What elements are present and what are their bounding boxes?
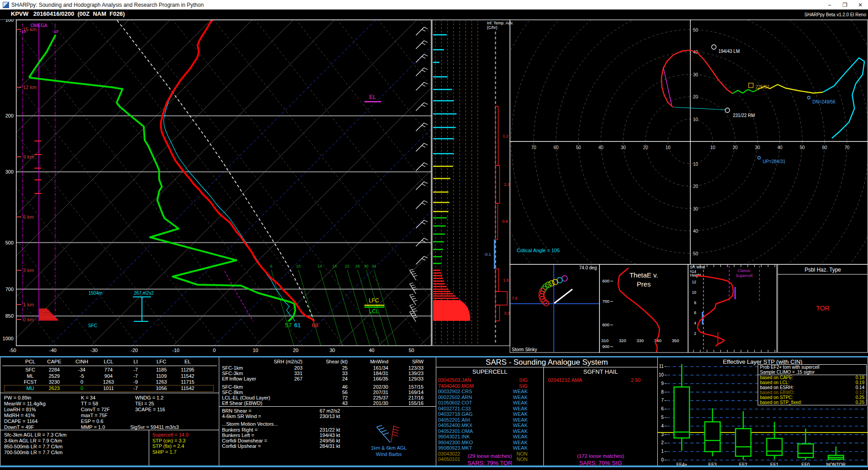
wind-barb [416, 143, 428, 151]
stp-legend-value: 0.25 [856, 395, 864, 400]
hodo-axis-label: 10 [665, 145, 671, 150]
hazard-value: TOR [816, 305, 829, 312]
stp-legend-value: 0.14 [856, 385, 864, 390]
sars-hail-header: SGFNT HAIL [543, 368, 658, 375]
sars-match-row[interactable]: 00032902.CRSWEAK [436, 389, 543, 394]
kin-label: SFC-3km [222, 371, 243, 376]
hodo-axis-label: 20 [732, 145, 738, 150]
parcel-row[interactable]: ML2529-5904-7110911542 [0, 373, 219, 379]
thermo-panel: PCLCAPECINHLCLLILFCELSFC2284-34774-71185… [0, 357, 219, 465]
srwind-ylabel: 6 [694, 310, 696, 315]
separator [219, 406, 436, 407]
isotherm [214, 20, 540, 346]
srwind-ylabel: 2 [694, 331, 696, 336]
kin-scalar-value: 249/56 kt [320, 438, 340, 443]
slinky-ring [552, 279, 558, 285]
sars-match-row[interactable]: 01050602.COTWEAK [436, 400, 543, 405]
classic-supercell-label: Classic [737, 268, 751, 273]
kin-value: 129/33 [408, 376, 424, 381]
dry-adiabat [90, 20, 344, 346]
kin-value: 225/37 [373, 395, 388, 400]
station-time-label: KPVW 20160416/0200 (00Z NAM F026) [11, 10, 125, 17]
temp-axis-label: -50 [9, 348, 16, 353]
wind-barb [416, 54, 428, 62]
sars-match-row[interactable]: 99080923.MKTWEAK [436, 445, 543, 451]
storm-motion-title: ...Storm Motion Vectors... [222, 421, 278, 427]
sars-sig-probability: SARS: 70% SIG [543, 460, 658, 465]
lm-marker [712, 45, 716, 49]
stp-legend-label: based on LCL: [760, 380, 789, 385]
hazard-title: Psbl Haz. Type [805, 267, 841, 273]
parcel-header-underline [2, 366, 217, 366]
sars-match-row[interactable]: 04052201.AIHWEAK [436, 417, 543, 423]
temp-axis-label: -30 [90, 348, 98, 353]
hodo-ring-label: 20 [693, 184, 698, 189]
advection-value: -0.1 [484, 252, 491, 257]
sars-match-row[interactable]: 04052400.MKXWEAK [436, 423, 543, 428]
el-label: EL [369, 94, 376, 100]
kin-row: SFC-1km20325161/34123/33 [219, 365, 436, 371]
sars-match-row[interactable]: 00022502.ARNWEAK [436, 395, 543, 400]
omega-minus-label: -10 [52, 29, 58, 34]
parcel-row[interactable]: FCST323001263-9126311715 [0, 379, 219, 385]
hodo-trace-9-12km [823, 58, 864, 138]
sars-title: SARS - Sounding Analogue System [436, 358, 657, 367]
critical-angle-label: Critical Angle = 105 [517, 248, 560, 253]
hodograph-border [510, 20, 868, 264]
maximize-button[interactable]: ❐ [837, 0, 853, 9]
dry-adiabat [420, 20, 673, 346]
minimize-button[interactable]: – [822, 0, 837, 9]
mixing-ratio-label: 18 [332, 264, 337, 268]
thetae-title2: Pres [637, 280, 651, 288]
stp-category-label: NONTOR [826, 462, 845, 465]
sars-match-row[interactable]: 03042503.JANSIG [436, 377, 543, 383]
sars-match-id: 04032718.GAG [438, 411, 472, 417]
kin-label: Eff Shear (EBWD) [222, 400, 262, 406]
mixing-ratio-line [347, 270, 370, 346]
kin-value: 24 [342, 376, 348, 381]
stp-category-label: EF0 [802, 462, 810, 465]
hodo-axis-label: 30 [621, 145, 626, 150]
hodo-axis-label: 60 [553, 145, 559, 150]
version-label: SHARPpy Beta v1.2.0 El Reno [804, 12, 866, 17]
kin-value: 161/34 [373, 365, 388, 371]
kin-value: 202/30 [373, 384, 388, 390]
sars-panel: SARS - Sounding Analogue System SUPERCEL… [436, 357, 658, 465]
dry-adiabat [543, 20, 796, 346]
stp-category-label: EF3 [708, 462, 717, 465]
sars-match-row[interactable]: 99042300.MKOWEAK [436, 440, 543, 445]
barb-note-line2: Wind Barbs [353, 451, 425, 457]
sfc-label: SFC [88, 323, 97, 328]
sars-match-row[interactable]: 04032721.C33WEAK [436, 406, 543, 411]
srwind-ylabel: 10 [692, 290, 697, 295]
hodo-trace-3-6km [732, 89, 758, 94]
sigsvr-line: SigSvr = 59411 m3/s3 [130, 424, 179, 430]
sars-match-row[interactable]: 74040400.MGMSIG [436, 383, 543, 389]
sars-match-row[interactable]: 04052301.OMAWEAK [436, 428, 543, 434]
hodo-ring-label: 30 [693, 72, 698, 77]
parcel-row[interactable]: SFC2284-34774-7118511295 [0, 367, 219, 373]
stat-line: MeanW = 11.4g/kg [4, 401, 46, 406]
mixing-ratio-label: 22 [345, 264, 349, 268]
dry-adiabat [502, 20, 755, 346]
sars-match-id: 00032902.CRS [438, 389, 472, 394]
kin-value: 46 [342, 384, 348, 390]
parcel-header: PCLCAPECINHLCLLILFCEL [0, 359, 219, 365]
wind-speed-sfc-wedge [433, 300, 470, 321]
km-tick-label: 9 km [23, 154, 34, 160]
sars-match-row[interactable]: 04032718.GAGWEAK [436, 411, 543, 417]
wind-barb [410, 283, 417, 294]
close-button[interactable]: ✕ [853, 0, 868, 9]
separator [0, 393, 219, 393]
advection-title: Inf. Temp. Adv. [487, 21, 514, 25]
hodo-ring-label: 50 [693, 28, 698, 33]
sars-match-row[interactable]: 02041212.AMA2.50 [543, 377, 658, 383]
kin-value: 166/35 [373, 376, 388, 381]
kinematics-panel: SRH (m2/s2)Shear (kt)MnWindSRWSFC-1km203… [219, 357, 436, 465]
stp-category-label: EF1 [770, 462, 779, 465]
kin-label: LCL-EL (Cloud Layer) [222, 395, 270, 400]
sars-match-row[interactable]: 99043021.INKWEAK [436, 434, 543, 439]
stp-legend-row: based on CAPE:0.18 [758, 375, 866, 380]
legend-line1: Prob EF2+ torn with supercell [760, 365, 819, 370]
skewt-plot: 610141822263034ELLFCLCLSFC1504m267 m2s25… [0, 20, 868, 346]
